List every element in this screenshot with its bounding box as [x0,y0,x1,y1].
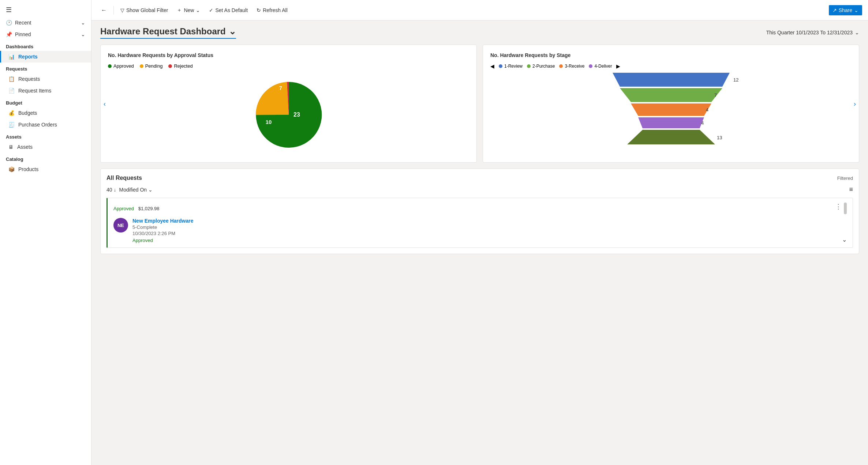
set-as-default-label: Set As Default [215,7,248,13]
share-label: Share [839,7,852,13]
dashboard-title-text: Hardware Request Dashboard [100,26,226,37]
funnel-bar-purchase [620,88,722,102]
assets-section-header: Assets [0,131,91,141]
sidebar-purchase-orders-label: Purchase Orders [18,122,57,128]
request-approval-status: Approved [132,238,847,243]
budgets-icon: 💰 [8,110,15,116]
funnel-label-4b: 4 [701,120,704,126]
sidebar-item-reports[interactable]: 📊 Reports [0,51,91,63]
stage-chart-legend: ◀ 1-Review 2-Purchase 3-Receive [490,63,852,69]
refresh-all-label: Refresh All [263,7,288,13]
pie-chart-svg-2: 23 10 7 [248,75,329,155]
show-global-filter-label: Show Global Filter [126,7,168,13]
new-label: New [184,7,194,13]
purchase-orders-icon: 🧾 [8,122,15,128]
stage-receive-legend: 3-Receive [559,63,584,69]
reports-icon: 📊 [8,54,15,60]
catalog-section-header: Catalog [0,153,91,163]
rejected-value-label: 7 [279,85,282,91]
show-global-filter-button[interactable]: ▽ Show Global Filter [117,5,172,15]
share-icon: ↗ [833,7,837,13]
stage-legend-next[interactable]: ▶ [616,63,620,69]
requests-count: 40 [106,187,112,193]
list-view-icon: ≡ [849,186,853,193]
sort-chevron-icon: ⌄ [148,187,153,193]
requests-section-header: Requests [0,63,91,73]
assets-icon: 🖥 [8,144,14,150]
sidebar-item-products[interactable]: 📦 Products [0,163,91,175]
stage-review-legend: 1-Review [499,63,523,69]
approved-value-label: 23 [293,111,300,118]
request-card-status: Approved [113,206,134,211]
sidebar-item-requests[interactable]: 📋 Requests [0,73,91,85]
stage-legend-prev[interactable]: ◀ [490,63,494,69]
receive-legend-label: 3-Receive [565,64,584,69]
approved-legend-dot [108,64,112,68]
request-items-icon: 📄 [8,88,15,94]
content-area: Hardware Request Dashboard ⌄ This Quarte… [91,20,868,465]
approval-chart-legend: Approved Pending Rejected [108,63,469,69]
sidebar-item-pinned[interactable]: 📌 Pinned ⌄ [0,29,91,40]
expand-icon[interactable]: ⌄ [842,236,847,243]
dashboard-title-chevron: ⌄ [229,26,236,37]
request-link[interactable]: New Employee Hardware [132,218,194,224]
request-card-header: Approved $1,029.98 ⋮ [113,203,847,214]
pending-legend-item: Pending [140,63,163,69]
request-info: New Employee Hardware 5-Complete 10/30/2… [132,218,847,243]
sidebar-item-budgets[interactable]: 💰 Budgets [0,107,91,119]
view-toggle-button[interactable]: ≡ [849,186,853,193]
review-legend-label: 1-Review [504,64,523,69]
new-button[interactable]: ＋ New ⌄ [173,5,204,16]
pending-value-label: 10 [265,119,272,125]
menu-dots-icon[interactable]: ⋮ [835,203,842,214]
stage-chart-next-button[interactable]: › [852,98,857,109]
filtered-label: Filtered [837,175,853,181]
requests-section-title: All Requests [106,175,142,181]
scroll-handle [844,203,847,214]
funnel-bar-complete [627,130,715,144]
request-stage: 5-Complete [132,224,847,230]
back-button[interactable]: ← [97,5,111,16]
approval-status-chart-card: ‹ No. Hardware Requests by Approval Stat… [100,45,477,163]
sidebar-pinned-label: Pinned [15,31,31,37]
request-card-menu[interactable]: ⋮ [835,203,847,214]
funnel-label-12: 12 [733,77,738,83]
funnel-bar-review [613,73,730,87]
hamburger-icon[interactable]: ☰ [6,6,12,14]
sort-by-label: Modified On [119,187,147,193]
sort-by-control[interactable]: Modified On ⌄ [119,187,153,193]
sidebar: ☰ 🕐 Recent ⌄ 📌 Pinned ⌄ Dashboards 📊 Rep… [0,0,91,465]
pending-legend-label: Pending [145,63,163,69]
refresh-all-button[interactable]: ↻ Refresh All [253,5,291,15]
approval-chart-prev-button[interactable]: ‹ [102,98,107,109]
sidebar-reports-label: Reports [18,54,38,60]
sidebar-item-assets[interactable]: 🖥 Assets [0,141,91,153]
filter-icon: ▽ [120,7,124,13]
request-date: 10/30/2023 2:26 PM [132,231,847,236]
sidebar-item-request-items[interactable]: 📄 Request Items [0,85,91,97]
receive-legend-dot [559,64,563,68]
count-sort-control[interactable]: 40 ↓ [106,187,116,193]
sidebar-item-purchase-orders[interactable]: 🧾 Purchase Orders [0,119,91,131]
recent-chevron-icon: ⌄ [81,20,85,26]
request-card: Approved $1,029.98 ⋮ NE New Employee Har… [106,198,853,248]
deliver-legend-dot [589,64,592,68]
share-chevron-icon: ⌄ [854,7,858,13]
toolbar: ← ▽ Show Global Filter ＋ New ⌄ ✓ Set As … [91,0,868,20]
review-legend-dot [499,64,502,68]
sidebar-item-recent[interactable]: 🕐 Recent ⌄ [0,17,91,29]
sidebar-requests-label: Requests [18,76,40,82]
sidebar-budgets-label: Budgets [18,110,37,116]
set-as-default-button[interactable]: ✓ Set As Default [205,5,251,15]
purchase-legend-label: 2-Purchase [532,64,555,69]
dashboards-section-header: Dashboards [0,40,91,51]
dashboard-title[interactable]: Hardware Request Dashboard ⌄ [100,26,236,39]
requests-header: All Requests Filtered [106,175,853,181]
new-chevron-icon: ⌄ [196,7,200,13]
back-icon: ← [101,7,107,14]
date-range-selector[interactable]: This Quarter 10/1/2023 To 12/31/2023 ⌄ [766,30,859,35]
toolbar-divider-1 [113,6,114,15]
share-button[interactable]: ↗ Share ⌄ [829,5,862,15]
deliver-legend-label: 4-Deliver [594,64,612,69]
requests-section: All Requests Filtered 40 ↓ Modified On ⌄… [100,169,859,254]
